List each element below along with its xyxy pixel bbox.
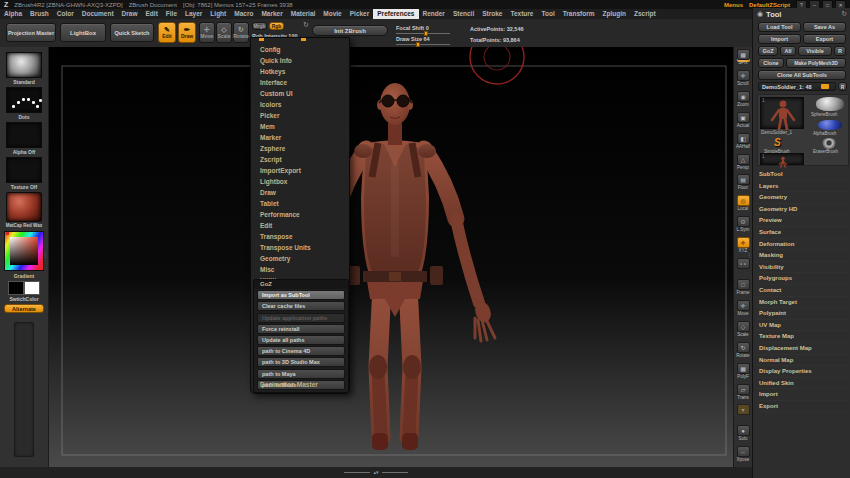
- menu-item[interactable]: Layer: [181, 9, 206, 19]
- right-shelf-button[interactable]: ↔ Xpose: [735, 446, 752, 467]
- menu-item[interactable]: Zscript: [630, 9, 660, 19]
- export-button[interactable]: Export: [803, 34, 846, 44]
- right-shelf-button[interactable]: ▱ Trans: [735, 384, 752, 405]
- menu-item[interactable]: Tool: [537, 9, 558, 19]
- right-shelf-button[interactable]: ✛ Move: [735, 300, 752, 321]
- init-zbrush-button[interactable]: Init ZBrush: [312, 25, 388, 36]
- menu-item[interactable]: Material: [287, 9, 320, 19]
- move-button[interactable]: ✛ Move: [199, 22, 215, 43]
- preferences-menu-item[interactable]: Zsphere: [251, 143, 349, 154]
- preferences-menu-item[interactable]: Zscript: [251, 154, 349, 165]
- tool-section-item[interactable]: Preview: [755, 215, 849, 227]
- secondary-color-swatch[interactable]: [24, 281, 40, 295]
- tool-section-item[interactable]: UV Map: [755, 320, 849, 332]
- goz-submenu-item[interactable]: path to Cinema 4D: [257, 346, 345, 356]
- tool-section-item[interactable]: Contact: [755, 285, 849, 297]
- goz-visible-button[interactable]: Visible: [798, 46, 832, 56]
- preferences-menu-item[interactable]: Transpose Units: [251, 242, 349, 253]
- menu-item[interactable]: Alpha: [0, 9, 26, 19]
- stroke-thumbnail[interactable]: [6, 87, 42, 113]
- menu-item[interactable]: Light: [206, 9, 230, 19]
- preferences-menu-item[interactable]: Tablet: [251, 198, 349, 209]
- goz-submenu-item[interactable]: path to Maya: [257, 369, 345, 379]
- right-shelf-button[interactable]: ◧ AAHalf: [735, 133, 752, 154]
- tool-section-item[interactable]: Deformation: [755, 239, 849, 251]
- rotate-button[interactable]: ↻ Rotate: [233, 22, 249, 43]
- menu-item[interactable]: Transform: [559, 9, 599, 19]
- tool-section-item[interactable]: Texture Map: [755, 331, 849, 343]
- preferences-menu-item[interactable]: Picker: [251, 110, 349, 121]
- right-shelf-button[interactable]: ↻ Rotate: [735, 342, 752, 363]
- menu-item[interactable]: Render: [419, 9, 449, 19]
- make-polymesh-button[interactable]: Make PolyMesh3D: [786, 58, 846, 68]
- focal-shift-slider[interactable]: Focal Shift 0: [396, 25, 452, 34]
- quick-sketch-button[interactable]: Quick Sketch: [110, 23, 154, 42]
- menus-toggle[interactable]: Menus: [724, 2, 743, 8]
- right-shelf-button[interactable]: ▤ Floor: [735, 174, 752, 195]
- recent-tool-thumbnail[interactable]: 1: [760, 153, 804, 165]
- projection-master-button[interactable]: Projection Master: [6, 23, 56, 42]
- sphere-brush-thumbnail[interactable]: [816, 97, 844, 111]
- right-shelf-button[interactable]: ⊙ L.Sym: [735, 216, 752, 237]
- preferences-menu-item[interactable]: Performance: [251, 209, 349, 220]
- left-divider-handle[interactable]: ⋮: [42, 252, 48, 258]
- preferences-menu-item[interactable]: Draw: [251, 187, 349, 198]
- edit-button[interactable]: ✎ Edit: [158, 22, 176, 43]
- tool-section-item[interactable]: Layers: [755, 181, 849, 193]
- menu-item[interactable]: Texture: [506, 9, 537, 19]
- right-shelf-button[interactable]: ◇ Scale: [735, 321, 752, 342]
- menu-item[interactable]: Brush: [26, 9, 53, 19]
- preferences-menu-item[interactable]: Quick Info: [251, 55, 349, 66]
- decimation-master-item[interactable]: Decimation Master: [251, 379, 358, 390]
- goz-all-button[interactable]: All: [780, 46, 796, 56]
- current-tool-thumbnail[interactable]: 1: [760, 97, 804, 129]
- current-brush-thumbnail[interactable]: [6, 52, 42, 78]
- right-shelf-button[interactable]: ▦ PolyF: [735, 363, 752, 384]
- mrgb-button[interactable]: Mrgb: [252, 22, 267, 30]
- preferences-menu-item[interactable]: Marker: [251, 132, 349, 143]
- clone-all-subtools-button[interactable]: Clone All SubTools: [758, 70, 846, 80]
- right-shelf-button[interactable]: ◉ Zoom: [735, 91, 752, 112]
- right-shelf-button[interactable]: △ Persp: [735, 154, 752, 175]
- right-shelf-button[interactable]: ✛ Scroll: [735, 70, 752, 91]
- reload-config-icon[interactable]: ↻: [303, 21, 309, 29]
- preferences-menu-item[interactable]: Transpose: [251, 231, 349, 242]
- preferences-menu-item[interactable]: Edit: [251, 220, 349, 231]
- menu-item[interactable]: File: [162, 9, 181, 19]
- tool-section-item[interactable]: Normal Map: [755, 355, 849, 367]
- goz-submenu-item[interactable]: Update all paths: [257, 335, 345, 345]
- tool-section-item[interactable]: Polypaint: [755, 308, 849, 320]
- menu-item[interactable]: Document: [78, 9, 118, 19]
- tool-section-item[interactable]: SubTool: [755, 169, 849, 181]
- alpha-thumbnail[interactable]: [6, 122, 42, 148]
- menu-item[interactable]: Stencil: [449, 9, 478, 19]
- goz-button[interactable]: GoZ: [758, 46, 778, 56]
- menu-item[interactable]: Zplugin: [599, 9, 630, 19]
- document-canvas[interactable]: [48, 47, 733, 467]
- alpha-brush-thumbnail[interactable]: [818, 120, 842, 130]
- tool-section-item[interactable]: Geometry HD: [755, 204, 849, 216]
- right-shelf-button[interactable]: ▣ Actual: [735, 112, 752, 133]
- eraser-brush-thumbnail[interactable]: [821, 138, 837, 149]
- import-button[interactable]: Import: [758, 34, 801, 44]
- tool-section-item[interactable]: Display Properties: [755, 366, 849, 378]
- demosoldier-slider[interactable]: DemoSoldier_1: 48: [758, 82, 836, 91]
- preferences-menu-item[interactable]: Custom UI: [251, 88, 349, 99]
- texture-thumbnail[interactable]: [6, 157, 42, 183]
- tool-section-item[interactable]: Unified Skin: [755, 378, 849, 390]
- tool-section-item[interactable]: Geometry: [755, 192, 849, 204]
- color-picker[interactable]: [4, 231, 44, 271]
- preferences-menu-item[interactable]: Geometry: [251, 253, 349, 264]
- menu-item[interactable]: Edit: [142, 9, 162, 19]
- right-shelf-button[interactable]: ● Solo: [735, 425, 752, 446]
- main-color-swatch[interactable]: [8, 281, 24, 295]
- right-shelf-button[interactable]: ◎ Local: [735, 195, 752, 216]
- menu-item[interactable]: Color: [53, 9, 78, 19]
- draw-size-slider[interactable]: Draw Size 64: [396, 36, 452, 45]
- goz-submenu-item[interactable]: Clear cache files: [257, 301, 345, 311]
- preferences-menu-item[interactable]: Interface: [251, 77, 349, 88]
- tray-toggle-arrows[interactable]: ▴▾: [373, 470, 378, 475]
- goz-submenu-item[interactable]: path to 3D Studio Max: [257, 357, 345, 367]
- menu-item[interactable]: Preferences: [373, 9, 418, 19]
- right-shelf-button[interactable]: ▦ SPix: [735, 49, 752, 70]
